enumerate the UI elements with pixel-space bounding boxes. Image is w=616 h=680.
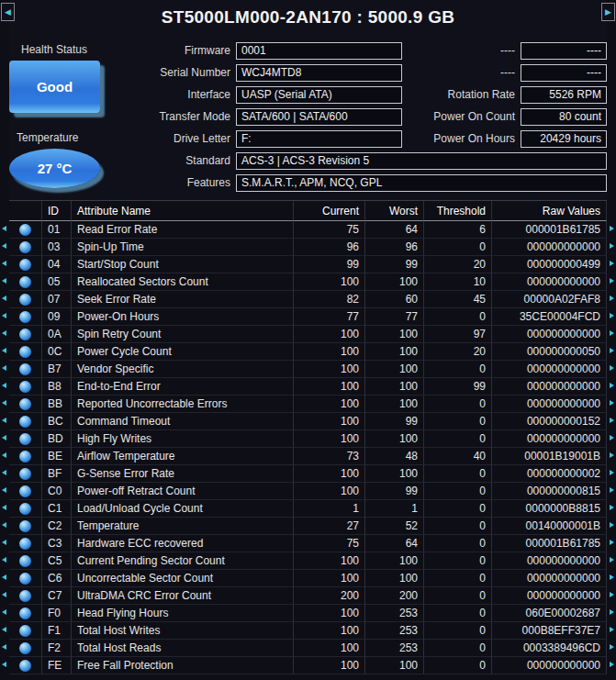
column-header[interactable]: Threshold [424,201,492,221]
smart-attribute-row[interactable]: C7UltraDMA CRC Error Count20020000000000… [9,587,607,605]
smart-attribute-row[interactable]: C3Hardware ECC recovered75640000001B6178… [9,535,607,552]
smart-attribute-row[interactable]: B7Vendor Specific1001000000000000000 [9,361,607,378]
status-good-icon [19,294,31,306]
attr-threshold: 45 [424,291,492,308]
prev-disk-arrow-icon [2,662,6,667]
attr-threshold: 99 [424,378,492,396]
info-field-label: Rotation Rate [402,88,521,101]
next-disk-button[interactable]: ▶ [601,3,615,21]
column-header[interactable]: Current [294,201,365,221]
smart-attributes-table: IDAttribute NameCurrentWorstThresholdRaw… [9,200,607,680]
smart-attribute-row[interactable]: BDHigh Fly Writes1001000000000000000 [9,430,607,448]
status-good-icon [19,573,31,585]
smart-attribute-row[interactable]: 09Power-On Hours7777035CE00004FCD [9,308,607,326]
next-disk-arrow-icon [610,505,614,510]
info-field-row: Rotation Rate5526 RPM [402,84,607,106]
info-field-label: Transfer Mode [0,110,236,123]
smart-attribute-row[interactable]: F2Total Host Reads10025300003389496CD [9,640,607,657]
attr-threshold: 0 [424,570,492,587]
attr-name: Reported Uncorrectable Errors [72,396,294,413]
attr-worst: 100 [365,343,424,361]
smart-attribute-row[interactable]: 0ASpin Retry Count10010097000000000000 [9,326,607,343]
next-disk-arrow-icon [610,418,614,423]
status-cell [9,326,42,343]
status-cell [9,518,42,535]
smart-attribute-row[interactable]: B8End-to-End Error10010099000000000000 [9,378,607,396]
info-field-label: Firmware [0,44,236,57]
info-field-label: Features [0,176,236,189]
attr-threshold: 0 [424,396,492,413]
info-field-label: Interface [0,88,236,101]
smart-attribute-row[interactable]: BEAirflow Temperature73484000001B19001B [9,448,607,465]
status-cell [9,239,42,256]
attr-raw: 000001B61785 [492,221,607,239]
column-header[interactable]: Raw Values [492,201,607,221]
smart-table-body: 01Read Error Rate75646000001B6178503Spin… [9,221,607,674]
prev-disk-arrow-icon [2,226,6,231]
attr-threshold: 0 [424,518,492,535]
prev-disk-arrow-icon [2,644,6,650]
smart-attribute-row[interactable]: C0Power-off Retract Count100990000000000… [9,483,607,500]
smart-attribute-row[interactable]: 01Read Error Rate75646000001B61785 [9,221,607,239]
attr-current: 1 [294,500,365,518]
smart-attribute-row[interactable]: C2Temperature2752000140000001B [9,518,607,535]
attr-raw: 00001B19001B [492,448,607,465]
smart-attribute-row[interactable]: BCCommand Timeout100990000000000152 [9,413,607,430]
status-good-icon [19,311,31,323]
attr-id: C1 [42,500,72,518]
attr-current: 100 [294,465,365,483]
info-field-value: ---- [521,64,607,82]
attr-name: Seek Error Rate [72,291,294,308]
attr-worst: 48 [365,448,424,465]
attr-raw: 000000000000 [492,587,607,605]
smart-attribute-row[interactable]: BBReported Uncorrectable Errors100100000… [9,396,607,413]
smart-attribute-row[interactable]: F0Head Flying Hours1002530060E00002687 [9,605,607,622]
attr-name: High Fly Writes [72,430,294,448]
next-disk-arrow-icon [610,487,614,493]
column-header[interactable]: ID [42,201,72,221]
attr-worst: 99 [365,483,424,500]
attr-id: C0 [42,483,72,500]
attr-raw: 000000000000 [492,273,607,291]
attr-worst: 100 [365,273,424,291]
attr-current: 77 [294,308,365,326]
smart-attribute-row[interactable]: 07Seek Error Rate82604500000A02FAF8 [9,291,607,308]
attr-name: Power Cycle Count [72,343,294,361]
status-good-icon [19,224,31,236]
next-disk-arrow-icon [610,365,614,371]
info-field-row: Drive LetterF: [0,128,402,150]
attr-current: 27 [294,518,365,535]
info-field-row: -------- [402,39,607,61]
column-header[interactable] [9,201,42,221]
status-good-icon [19,503,31,515]
attr-current: 100 [294,343,365,361]
attr-id: 05 [42,273,72,291]
smart-attribute-row[interactable]: 03Spin-Up Time96960000000000000 [9,239,607,256]
attr-worst: 100 [365,465,424,483]
smart-attribute-row[interactable]: C6Uncorrectable Sector Count100100000000… [9,570,607,587]
smart-attribute-row[interactable]: F1Total Host Writes1002530000B8EFF37E7 [9,622,607,640]
attr-name: Total Host Writes [72,622,294,640]
smart-attribute-row[interactable]: C1Load/Unload Cycle Count1100000000B8815 [9,500,607,518]
column-header[interactable]: Worst [365,201,424,221]
smart-attribute-row[interactable]: 04Start/Stop Count999920000000000499 [9,256,607,273]
next-disk-arrow-icon [610,557,614,563]
prev-disk-arrow-icon [2,522,6,528]
info-field-row: FeaturesS.M.A.R.T., APM, NCQ, GPL [0,172,607,194]
smart-attribute-row[interactable]: 05Reallocated Sectors Count1001001000000… [9,273,607,291]
smart-attribute-row[interactable]: FEFree Fall Protection100100000000000000… [9,657,607,674]
info-field-label: Power On Hours [402,132,521,145]
column-header[interactable]: Attribute Name [72,201,294,221]
info-field-value: 5526 RPM [521,86,607,104]
next-disk-edge-strip[interactable] [607,0,616,680]
prev-disk-button[interactable]: ◀ [1,3,15,21]
smart-attribute-row[interactable]: C5Current Pending Sector Count1001000000… [9,552,607,570]
next-disk-arrow-icon [610,609,614,615]
attr-name: UltraDMA CRC Error Count [72,587,294,605]
smart-attribute-row[interactable]: BFG-Sense Error Rate1001000000000000002 [9,465,607,483]
info-field-label: Drive Letter [0,132,236,145]
status-good-icon [19,625,31,637]
smart-attribute-row[interactable]: 0CPower Cycle Count10010020000000000050 [9,343,607,361]
info-field-value: 20429 hours [521,130,607,148]
attr-raw: 000000000499 [492,256,607,273]
